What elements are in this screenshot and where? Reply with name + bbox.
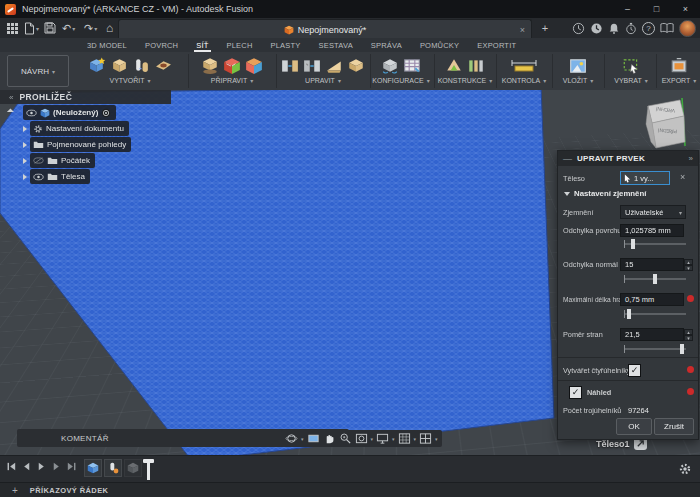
stopwatch-icon[interactable] [625, 22, 637, 35]
tab-sestava[interactable]: SESTAVA [310, 38, 362, 52]
edit-wedge-icon[interactable] [324, 55, 345, 76]
minimize-button[interactable]: – [613, 0, 642, 18]
group-label-konstrukce[interactable]: KONSTRUKCE [438, 77, 487, 84]
section-expand-icon[interactable] [564, 192, 570, 196]
preview-checkbox[interactable]: ✓ [569, 386, 582, 399]
save-button[interactable] [44, 20, 56, 36]
tab-exportit[interactable]: EXPORTIT [468, 38, 525, 52]
tree-item-label[interactable]: Počátek [61, 156, 90, 165]
tab-plech[interactable]: PLECH [218, 38, 262, 52]
expand-icon[interactable] [23, 174, 27, 180]
tree-item-named-views[interactable]: Pojmenované pohledy [0, 137, 170, 152]
group-label-vytvorit[interactable]: VYTVOŘIT [109, 77, 144, 84]
look-at-icon[interactable] [307, 432, 320, 445]
group-label-kontrola[interactable]: KONTROLA [502, 77, 541, 84]
home-button[interactable]: ⌂ [106, 20, 113, 36]
select-icon[interactable] [621, 55, 642, 76]
max-edge-slider[interactable] [624, 313, 686, 315]
prepare-base-icon[interactable] [200, 55, 221, 76]
tab-3d-model[interactable]: 3D MODEL [78, 38, 136, 52]
quads-checkbox[interactable]: ✓ [628, 364, 641, 377]
cancel-button[interactable]: Zrušit [654, 418, 694, 435]
configure-table-icon[interactable] [402, 55, 423, 76]
tree-item-document-settings[interactable]: Nastavení dokumentu [0, 121, 170, 136]
user-avatar[interactable] [679, 20, 696, 37]
learning-book-icon[interactable] [660, 22, 674, 34]
viewports-caret-icon[interactable]: ▾ [435, 436, 438, 442]
document-tab[interactable]: Nepojmenovaný* × [118, 19, 532, 39]
dialog-overflow-icon[interactable]: » [689, 154, 693, 163]
tree-item-origin[interactable]: Počátek [0, 153, 170, 168]
timeline-play-button[interactable] [36, 461, 47, 472]
redo-caret-icon[interactable]: ▾ [94, 25, 97, 32]
undo-button[interactable]: ↶▾ [62, 20, 75, 36]
group-label-vlozit[interactable]: VLOŽIT [563, 77, 588, 84]
group-label-upravit[interactable]: UPRAVIT [305, 77, 335, 84]
edit-merge-icon[interactable] [302, 55, 323, 76]
grid-caret-icon[interactable]: ▾ [414, 436, 417, 442]
dialog-collapse-icon[interactable]: — [563, 154, 572, 164]
tab-sit[interactable]: SÍŤ [187, 38, 217, 52]
visibility-eye-icon[interactable] [33, 173, 44, 181]
spin-down-icon[interactable]: ▾ [684, 335, 693, 341]
timeline-feature-pending[interactable] [124, 459, 142, 477]
tab-sprava[interactable]: SPRÁVA [362, 38, 411, 52]
viewcube-front-label[interactable]: PŘEDNÍ [658, 127, 677, 134]
spin-down-icon[interactable]: ▾ [684, 265, 693, 271]
body-selection-button[interactable]: 1 vy... [620, 171, 670, 185]
normal-deviation-spinner[interactable]: ▴ ▾ [684, 259, 693, 271]
expand-icon[interactable] [23, 126, 27, 132]
timeline-settings-gear-icon[interactable] [678, 462, 692, 476]
pan-hand-icon[interactable] [323, 432, 336, 445]
tree-root-row[interactable]: (Neuložený) [0, 105, 170, 120]
prepare-repair-icon[interactable] [222, 55, 243, 76]
tab-plasty[interactable]: PLASTY [262, 38, 310, 52]
configure-body-icon[interactable] [380, 55, 401, 76]
fit-view-icon[interactable] [355, 432, 368, 445]
timeline-position-marker[interactable] [147, 459, 150, 480]
visibility-eye-icon[interactable] [26, 109, 37, 117]
job-status-icon[interactable] [590, 22, 603, 35]
tree-item-label[interactable]: Pojmenované pohledy [47, 140, 126, 149]
measure-icon[interactable] [509, 55, 539, 76]
visibility-off-eye-icon[interactable] [33, 156, 44, 165]
timeline-step-forward-button[interactable] [51, 461, 62, 472]
normal-deviation-input[interactable]: 15 [620, 258, 684, 271]
timeline-go-start-button[interactable] [6, 461, 17, 472]
zoom-icon[interactable] [339, 432, 352, 445]
tree-item-bodies[interactable]: Tělesa [0, 169, 170, 184]
construct-offset-icon[interactable] [466, 55, 487, 76]
viewports-icon[interactable] [419, 432, 432, 445]
fit-caret-icon[interactable]: ▾ [371, 436, 374, 442]
create-plane-hole-icon[interactable] [153, 55, 174, 76]
save-status-icon[interactable] [101, 108, 111, 118]
create-box-icon[interactable] [109, 55, 130, 76]
aspect-ratio-input[interactable]: 21,5 [620, 328, 684, 341]
collapse-browser-icon[interactable]: « [9, 93, 13, 102]
file-menu-button[interactable]: ▾ [24, 20, 39, 36]
insert-image-icon[interactable] [568, 55, 589, 76]
edit-block-icon[interactable] [346, 55, 367, 76]
timeline-feature-body[interactable] [84, 459, 102, 477]
dialog-header[interactable]: — UPRAVIT PRVEK » [558, 151, 698, 166]
tab-povrch[interactable]: POVRCH [136, 38, 187, 52]
group-label-vybrat[interactable]: VYBRAT [614, 77, 642, 84]
create-mesh-icon[interactable] [87, 55, 108, 76]
create-cylinder-icon[interactable] [131, 55, 152, 76]
clear-selection-icon[interactable]: × [680, 172, 685, 182]
root-document-label[interactable]: (Neuložený) [53, 108, 98, 117]
aspect-ratio-slider[interactable] [624, 348, 686, 350]
maximize-button[interactable]: □ [642, 0, 671, 18]
display-settings-icon[interactable] [376, 432, 389, 445]
design-workspace-button[interactable]: NÁVRH▾ [7, 55, 69, 87]
root-expand-icon[interactable] [7, 108, 16, 117]
redo-button[interactable]: ↷▾ [84, 20, 97, 36]
notifications-bell-icon[interactable] [608, 22, 620, 35]
export-icon[interactable] [669, 55, 690, 76]
display-caret-icon[interactable]: ▾ [392, 436, 395, 442]
construct-plane-icon[interactable] [444, 55, 465, 76]
expand-icon[interactable] [23, 158, 27, 164]
group-label-pripravit[interactable]: PŘIPRAVIT [211, 77, 247, 84]
prepare-remesh-icon[interactable] [244, 55, 265, 76]
group-label-export[interactable]: EXPORT [662, 77, 691, 84]
